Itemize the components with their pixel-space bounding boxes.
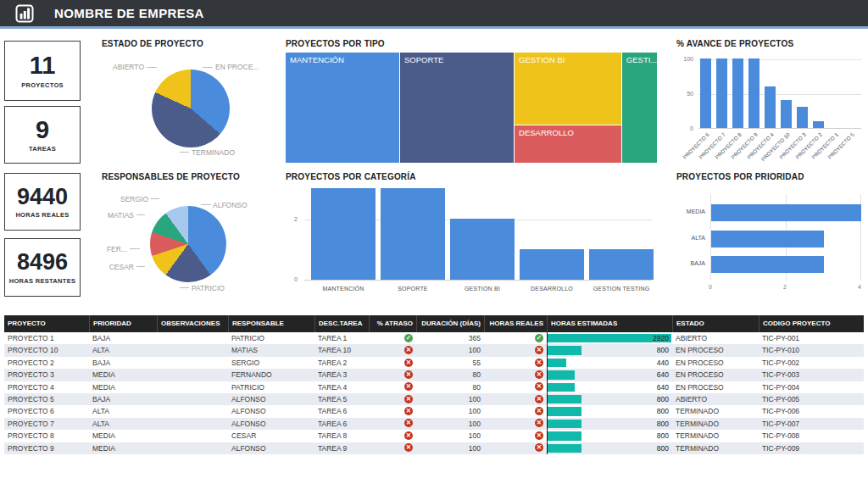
column-header-prioridad[interactable]: PRIORIDAD [89, 315, 157, 332]
treemap-block-soporte[interactable]: SOPORTE [400, 53, 514, 163]
cell-responsable: ALFONSO [228, 393, 314, 405]
column-header-desc-tarea[interactable]: DESC.TAREA [314, 315, 369, 332]
pie-label-en-proceso: EN PROCE... [215, 63, 259, 71]
chart-title: RESPONSABLES DE PROYECTO [102, 172, 281, 181]
bar-proyecto-9[interactable] [748, 58, 760, 128]
cell-atraso-icon: ✕ [369, 369, 416, 381]
pie-chart-estado[interactable] [152, 70, 230, 147]
bar-mantención[interactable] [311, 188, 376, 280]
y-tick: 0 [678, 125, 693, 131]
cell-proyecto: PROYECTO 7 [4, 418, 89, 430]
cell-observaciones [157, 344, 228, 356]
cell-prioridad: ALTA [89, 418, 157, 430]
bar-desarrollo[interactable] [520, 249, 584, 280]
table-row[interactable]: PROYECTO 2BAJASERGIOTAREA 2✕55✕440EN PRO… [4, 357, 864, 369]
bar-gestion-testing[interactable] [589, 249, 654, 280]
treemap-block-gestion-bi[interactable]: GESTION BI [515, 53, 621, 125]
cell-observaciones [157, 393, 228, 405]
table-row[interactable]: PROYECTO 1BAJAPATRICIOTAREA 1✓365✓2920AB… [4, 332, 864, 344]
column-header-responsable[interactable]: RESPONSABLE [228, 315, 314, 332]
table-row[interactable]: PROYECTO 6ALTAALFONSOTAREA 6✕100✕800TERM… [4, 405, 864, 417]
check-icon: ✓ [404, 334, 413, 342]
bar-alta[interactable] [711, 231, 824, 248]
cell-prioridad: MEDIA [89, 442, 157, 454]
cell-duracion-dias: 100 [416, 344, 484, 356]
table-row[interactable]: PROYECTO 8MEDIACESARTAREA 8✕100✕800TERMI… [4, 430, 864, 442]
cross-icon: ✕ [535, 419, 543, 427]
chart-proyectos-por-tipo[interactable]: PROYECTOS POR TIPO MANTENCIÓN SOPORTE GE… [286, 39, 657, 166]
table-row[interactable]: PROYECTO 3MEDIAFERNANDOTAREA 3✕80✕640EN … [4, 369, 864, 381]
kpi-card-horas-reales[interactable]: 9440 HORAS REALES [4, 173, 81, 231]
column-header-observaciones[interactable]: OBSERVACIONES [157, 315, 228, 332]
pie-chart-responsables[interactable] [150, 206, 226, 282]
bar-media[interactable] [711, 204, 861, 221]
cell-value: 2920 [653, 332, 669, 344]
cell-estado: EN PROCESO [672, 369, 759, 381]
cell-atraso-icon: ✕ [369, 442, 416, 454]
table-row[interactable]: PROYECTO 4MEDIAPATRICIOTAREA 4✕80✕640EN … [4, 381, 864, 393]
cell-duracion-dias: 80 [416, 381, 484, 393]
column-header-duracion-dias[interactable]: DURACIÓN (DÍAS) [416, 315, 484, 332]
cell-codigo: TIC-PY-009 [759, 442, 864, 454]
column-header-proyecto[interactable]: PROYECTO [4, 315, 89, 332]
cell-horas-estimadas: 800 [547, 405, 672, 417]
chart-proyectos-por-prioridad[interactable]: PROYECTOS POR PRIORIDAD MEDIA ALTA BAJA … [676, 172, 866, 308]
bar-proyecto-10[interactable] [781, 100, 792, 128]
cross-icon: ✕ [535, 395, 543, 403]
cell-value: 800 [657, 442, 669, 454]
table-row[interactable]: PROYECTO 9MEDIAALFONSOTAREA 9✕100✕800TER… [4, 442, 864, 454]
bar-proyecto-4[interactable] [765, 86, 776, 128]
cell-atraso-icon: ✕ [369, 344, 416, 356]
column-header-codigo[interactable]: CODIGO PROYECTO [759, 315, 864, 332]
cell-horas-reales-icon: ✕ [484, 393, 547, 405]
bar-proyecto-3[interactable] [797, 107, 808, 128]
bar-baja[interactable] [711, 256, 824, 273]
cell-desc-tarea: TAREA 8 [314, 430, 369, 442]
column-header-estado[interactable]: ESTADO [672, 315, 759, 332]
cell-responsable: PATRICIO [228, 332, 314, 344]
treemap-block-desarrollo[interactable]: DESARROLLO [515, 125, 621, 164]
cell-horas-reales-icon: ✕ [484, 405, 547, 417]
bar-proyecto-6[interactable] [700, 58, 711, 128]
cell-desc-tarea: TAREA 2 [314, 357, 369, 369]
table-row[interactable]: PROYECTO 5BAJAALFONSOTAREA 5✕100✕800ABIE… [4, 393, 864, 405]
cell-estado: TERMINADO [672, 430, 759, 442]
column-header-horas-reales-icon[interactable]: HORAS REALES [484, 315, 547, 332]
cell-duracion-dias: 100 [416, 418, 484, 430]
check-icon: ✓ [535, 334, 543, 342]
treemap-block-gestion-testing[interactable]: GESTI... [622, 53, 657, 163]
chart-responsables-de-proyecto[interactable]: RESPONSABLES DE PROYECTO SERGIO ALFONSO … [102, 172, 281, 308]
chart-estado-de-proyecto[interactable]: ESTADO DE PROYECTO ABIERTO EN PROCE... T… [102, 39, 281, 168]
cell-responsable: MATIAS [228, 344, 314, 356]
cell-horas-reales-icon: ✓ [484, 332, 547, 344]
chart-avance-de-proyectos[interactable]: % AVANCE DE PROYECTOS 100 50 0 PROYECTO … [676, 39, 866, 168]
pie-label-sergio: SERGIO [120, 195, 148, 203]
chart-proyectos-por-categoria[interactable]: PROYECTOS POR CATEGORÍA 2 0 MANTENCIÓNSO… [286, 172, 657, 306]
bar-gestion-bi[interactable] [450, 219, 515, 280]
cell-observaciones [157, 332, 228, 344]
cell-atraso-icon: ✕ [369, 393, 416, 405]
bar-proyecto-7[interactable] [716, 58, 727, 128]
cross-icon: ✕ [535, 346, 543, 354]
column-header-horas-estimadas[interactable]: HORAS ESTIMADAS [547, 315, 672, 332]
bar-soporte[interactable] [381, 188, 445, 280]
kpi-card-horas-restantes[interactable]: 8496 HORAS RESTANTES [4, 238, 81, 297]
treemap-block-mantencion[interactable]: MANTENCIÓN [286, 53, 399, 163]
table-row[interactable]: PROYECTO 10ALTAMATIASTAREA 10✕100✕800EN … [4, 344, 864, 356]
table-row[interactable]: PROYECTO 7ALTAALFONSOTAREA 6✕100✕800TERM… [4, 418, 864, 430]
cross-icon: ✕ [404, 407, 413, 415]
treemap: MANTENCIÓN SOPORTE GESTION BI DESARROLLO… [286, 53, 657, 163]
pie-label-matias: MATIAS [102, 211, 134, 220]
column-header-atraso-icon[interactable]: % ATRASO [369, 315, 416, 332]
kpi-card-proyectos[interactable]: 11 PROYECTOS [4, 41, 81, 101]
cell-horas-reales-icon: ✕ [484, 344, 547, 356]
x-tick: 0 [709, 284, 712, 290]
cell-duracion-dias: 365 [416, 332, 484, 344]
bar-proyecto-2[interactable] [813, 121, 824, 128]
cell-horas-reales-icon: ✕ [484, 369, 547, 381]
cross-icon: ✕ [535, 431, 543, 440]
kpi-card-tareas[interactable]: 9 TAREAS [4, 106, 81, 164]
cross-icon: ✕ [404, 382, 413, 391]
bar-proyecto-8[interactable] [732, 58, 743, 128]
cell-desc-tarea: TAREA 3 [314, 369, 369, 381]
